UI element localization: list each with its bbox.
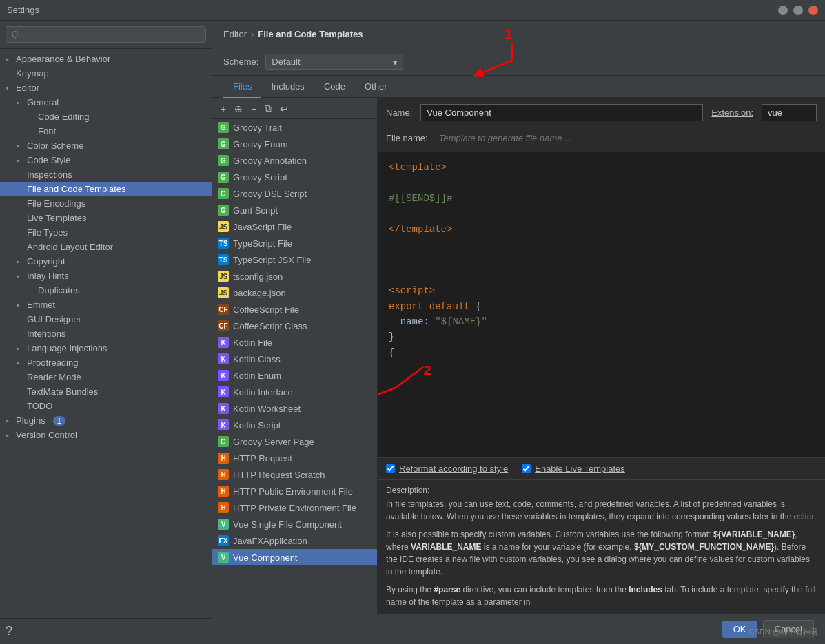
file-item-groovy-dsl-script[interactable]: GGroovy DSL Script: [212, 185, 377, 202]
sidebar-item-version-control[interactable]: Version Control: [0, 428, 212, 442]
file-label: Kotlin Worksheet: [233, 404, 301, 414]
sidebar-item-file-types[interactable]: File Types: [0, 225, 212, 240]
file-label: HTTP Public Environment File: [233, 486, 353, 497]
sidebar-item-todo[interactable]: TODO: [0, 399, 212, 413]
sidebar-item-label: Code Style: [27, 155, 71, 165]
file-item-vue-component[interactable]: VVue Component: [212, 549, 377, 565]
file-item-http-private-env-file[interactable]: HHTTP Private Environment File: [212, 499, 377, 516]
sidebar-item-emmet[interactable]: Emmet: [0, 298, 212, 312]
sidebar-item-duplicates[interactable]: Duplicates: [0, 283, 212, 298]
file-item-javascript-file[interactable]: JSJavaScript File: [212, 218, 377, 235]
file-item-typescript-jsx-file[interactable]: TSTypeScript JSX File: [212, 251, 377, 268]
sidebar-item-general[interactable]: General: [0, 95, 212, 110]
file-item-kotlin-script[interactable]: KKotlin Script: [212, 417, 377, 433]
reformat-option: Reformat according to style: [386, 464, 508, 474]
sidebar-item-file-code-templates[interactable]: File and Code Templates: [0, 182, 212, 196]
reformat-checkbox[interactable]: [386, 464, 395, 473]
file-item-http-request[interactable]: HHTTP Request: [212, 450, 377, 466]
file-icon: TS: [218, 238, 229, 249]
sidebar-item-editor[interactable]: Editor: [0, 81, 212, 95]
tab-other[interactable]: Other: [355, 76, 397, 98]
code-editor[interactable]: <template> #[[$END$]]# </template> <scri…: [378, 152, 825, 457]
file-item-coffeescript-file[interactable]: CFCoffeeScript File: [212, 301, 377, 318]
ext-input[interactable]: [762, 104, 817, 121]
file-label: TypeScript JSX File: [233, 255, 311, 265]
file-icon: H: [218, 486, 229, 497]
file-label: Groovy Annotation: [233, 156, 307, 166]
name-label: Name:: [386, 107, 412, 118]
file-item-groovy-enum[interactable]: GGroovy Enum: [212, 136, 377, 152]
sidebar-item-android-layout[interactable]: Android Layout Editor: [0, 240, 212, 254]
sidebar-item-appearance[interactable]: Appearance & Behavior: [0, 52, 212, 66]
tab-code[interactable]: Code: [314, 76, 355, 98]
cancel-button[interactable]: Cancel: [763, 620, 814, 638]
tab-files[interactable]: Files: [223, 76, 261, 98]
bottom-bar: OK Cancel: [212, 614, 825, 644]
sidebar-item-color-scheme[interactable]: Color Scheme: [0, 138, 212, 153]
filename-input[interactable]: [434, 130, 817, 146]
name-input[interactable]: [420, 104, 703, 121]
arrow-icon: [17, 142, 23, 149]
file-label: CoffeeScript Class: [233, 321, 307, 331]
sidebar-item-label: Inspections: [27, 169, 72, 180]
help-icon[interactable]: ?: [6, 624, 12, 638]
file-item-groovy-server-page[interactable]: GGroovy Server Page: [212, 433, 377, 450]
sidebar-item-inspections[interactable]: Inspections: [0, 167, 212, 182]
file-item-http-request-scratch[interactable]: HHTTP Request Scratch: [212, 466, 377, 483]
file-item-kotlin-interface[interactable]: KKotlin Interface: [212, 384, 377, 400]
file-item-kotlin-worksheet[interactable]: KKotlin Worksheet: [212, 400, 377, 417]
reset-template-button[interactable]: ↩: [277, 102, 291, 116]
minimize-btn[interactable]: [778, 6, 788, 15]
sidebar-item-gui-designer[interactable]: GUI Designer: [0, 312, 212, 326]
remove-template-button[interactable]: −: [248, 102, 259, 116]
sidebar-item-font[interactable]: Font: [0, 124, 212, 138]
copy-template-button[interactable]: ⊕: [232, 102, 245, 116]
sidebar-item-code-style[interactable]: Code Style: [0, 153, 212, 167]
sidebar-item-keymap[interactable]: Keymap: [0, 66, 212, 81]
file-item-tsconfig-json[interactable]: JStsconfig.json: [212, 268, 377, 284]
file-item-groovy-annotation[interactable]: GGroovy Annotation: [212, 152, 377, 169]
file-item-package-json[interactable]: JSpackage.json: [212, 284, 377, 301]
paste-template-button[interactable]: ⧉: [262, 101, 274, 116]
sidebar-item-copyright[interactable]: Copyright: [0, 254, 212, 269]
ok-button[interactable]: OK: [722, 621, 757, 638]
arrow-icon: [17, 359, 23, 366]
file-item-http-public-env-file[interactable]: HHTTP Public Environment File: [212, 483, 377, 499]
file-icon: H: [218, 469, 229, 480]
sidebar-item-proofreading[interactable]: Proofreading: [0, 355, 212, 370]
breadcrumb-parent: Editor: [223, 29, 247, 39]
search-input[interactable]: [6, 26, 206, 43]
file-item-groovy-script[interactable]: GGroovy Script: [212, 169, 377, 185]
maximize-btn[interactable]: [793, 6, 803, 15]
sidebar-item-textmate-bundles[interactable]: TextMate Bundles: [0, 384, 212, 399]
arrow-icon: [17, 258, 23, 265]
scheme-select[interactable]: Default: [265, 54, 403, 70]
sidebar-item-intentions[interactable]: Intentions: [0, 326, 212, 341]
file-item-vue-single-file[interactable]: VVue Single File Component: [212, 516, 377, 532]
file-item-kotlin-file[interactable]: KKotlin File: [212, 334, 377, 351]
sidebar-item-file-encodings[interactable]: File Encodings: [0, 196, 212, 211]
add-template-button[interactable]: +: [218, 102, 229, 116]
sidebar-item-label: GUI Designer: [27, 314, 81, 324]
file-item-coffeescript-class[interactable]: CFCoffeeScript Class: [212, 318, 377, 334]
sidebar-item-live-templates[interactable]: Live Templates: [0, 211, 212, 225]
close-btn[interactable]: [808, 6, 818, 15]
code-line-2: [389, 175, 814, 190]
tab-includes[interactable]: Includes: [261, 76, 314, 98]
file-icon: G: [218, 205, 229, 216]
sidebar-item-language-injections[interactable]: Language Injections: [0, 341, 212, 355]
sidebar-item-inlay-hints[interactable]: Inlay Hints: [0, 269, 212, 283]
file-item-kotlin-class[interactable]: KKotlin Class: [212, 351, 377, 367]
sidebar-item-label: Font: [38, 126, 56, 136]
file-item-javafx-application[interactable]: FXJavaFXApplication: [212, 532, 377, 549]
sidebar-item-reader-mode[interactable]: Reader Mode: [0, 370, 212, 384]
arrow-icon: [17, 344, 23, 352]
file-item-gant-script[interactable]: GGant Script: [212, 202, 377, 218]
sidebar-item-plugins[interactable]: Plugins1: [0, 413, 212, 428]
file-item-kotlin-enum[interactable]: KKotlin Enum: [212, 367, 377, 384]
file-item-groovy-trait[interactable]: GGroovy Trait: [212, 119, 377, 136]
sidebar-item-code-editing[interactable]: Code Editing: [0, 110, 212, 124]
live-templates-checkbox[interactable]: [522, 464, 531, 473]
file-item-typescript-file[interactable]: TSTypeScript File: [212, 235, 377, 251]
main-layout: Appearance & BehaviorKeymapEditorGeneral…: [0, 21, 825, 644]
